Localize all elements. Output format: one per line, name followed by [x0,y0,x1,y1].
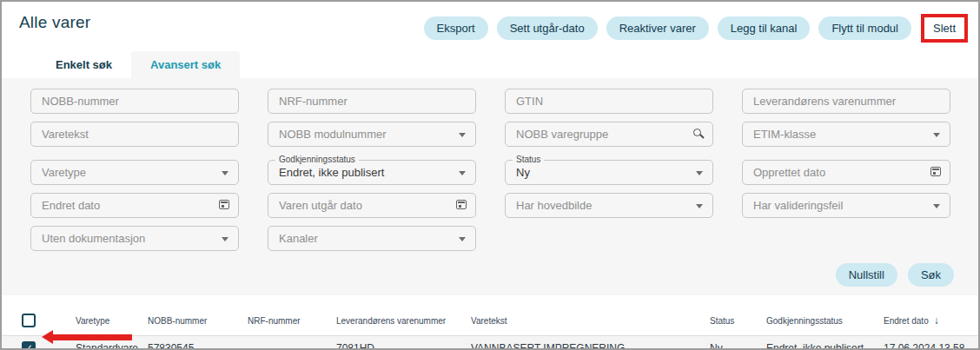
field-created-date [742,160,950,185]
field-changed-date [30,193,239,218]
status-label: Status [513,155,544,164]
col-header-leverandorens-varenummer[interactable]: Leverandørens varenummer [336,302,471,336]
field-channels [268,226,476,251]
cell-nobb-nummer: 57830545 [148,336,248,350]
chevron-down-icon [933,133,940,137]
chevron-down-icon [696,204,703,208]
cell-godkjenningsstatus: Endret, ikke publisert [766,336,884,350]
form-actions: Nullstill Søk [2,251,978,290]
cell-endret-dato: 17.06.2024 13.58 [884,336,978,350]
expiry-date-input[interactable] [268,193,476,218]
all-products-page: Alle varer Eksport Sett utgår-dato Reakt… [0,0,980,350]
chevron-down-icon [459,237,466,241]
nrf-number-input[interactable] [268,89,476,114]
col-header-status[interactable]: Status [710,302,766,336]
field-supplier-item-number [742,89,950,114]
tab-advanced-search[interactable]: Avansert søk [131,51,240,78]
field-status: Status [505,160,713,185]
search-form-grid: Godkjenningsstatus Status [2,89,978,251]
chevron-down-icon [933,204,940,208]
channels-select[interactable] [268,226,476,251]
advanced-search-panel: Godkjenningsstatus Status [2,78,978,295]
cell-status: Ny [710,336,766,350]
created-date-input[interactable] [742,160,950,185]
field-nobb-module-number [268,122,476,147]
without-documentation-select[interactable] [30,226,239,251]
chevron-down-icon [696,171,703,175]
field-product-text [30,122,239,147]
nobb-product-group-input[interactable] [505,122,713,147]
col-header-varetekst[interactable]: Varetekst [471,302,710,336]
search-tabs: Enkelt søk Avansert søk [36,51,978,78]
changed-date-input[interactable] [30,193,239,218]
field-nrf-number [268,89,476,114]
reactivate-products-button[interactable]: Reaktiver varer [606,17,709,40]
chevron-down-icon [459,171,466,175]
nobb-number-input[interactable] [30,89,239,114]
chevron-down-icon [459,133,466,137]
field-nobb-product-group [505,122,713,147]
etim-class-select[interactable] [742,122,950,147]
col-header-godkjenningsstatus[interactable]: Godkjenningsstatus [766,302,884,336]
calendar-icon[interactable] [219,200,229,209]
cell-nrf-nummer [248,336,336,350]
search-button[interactable]: Søk [908,263,954,287]
page-header: Alle varer Eksport Sett utgår-dato Reakt… [2,2,978,43]
select-all-checkbox[interactable] [22,314,36,327]
col-header-varetype[interactable]: Varetype [76,302,148,336]
calendar-icon[interactable] [930,167,941,176]
field-without-documentation [30,226,239,251]
search-icon[interactable] [693,129,701,136]
field-nobb-number [30,89,239,114]
row-checkbox[interactable]: ✓ [22,341,36,350]
calendar-icon[interactable] [456,200,467,209]
annotation-red-box: Slett [921,14,968,43]
results-table: Varetype NOBB-nummer NRF-nummer Leverand… [2,302,978,350]
field-etim-class [742,122,950,147]
has-validation-error-select[interactable] [742,193,950,218]
add-to-channel-button[interactable]: Legg til kanal [718,17,811,40]
export-button[interactable]: Eksport [424,17,488,40]
field-product-type [30,160,239,185]
table-header-row: Varetype NOBB-nummer NRF-nummer Leverand… [2,302,978,336]
table-row[interactable]: ✓ Standardvare 57830545 7081HD VANNBASER… [2,336,978,350]
product-type-select[interactable] [30,160,239,185]
chevron-down-icon [222,171,228,175]
supplier-item-number-input[interactable] [742,89,950,114]
cell-varetekst: VANNBASERT IMPREGNERING [471,336,710,350]
delete-button[interactable]: Slett [926,18,963,38]
col-header-endret-dato[interactable]: Endret dato↓ [884,302,978,336]
set-expiry-date-button[interactable]: Sett utgår-dato [497,17,598,40]
field-expiry-date [268,193,476,218]
tab-simple-search[interactable]: Enkelt søk [36,51,131,78]
has-main-image-select[interactable] [505,193,713,218]
nobb-module-number-select[interactable] [268,122,476,147]
gtin-input[interactable] [505,89,713,114]
product-text-input[interactable] [30,122,239,147]
col-header-nrf-nummer[interactable]: NRF-nummer [248,302,336,336]
page-title: Alle varer [19,13,90,32]
chevron-down-icon [222,237,228,241]
cell-leverandorens-varenummer: 7081HD [336,336,471,350]
cell-varetype: Standardvare [76,336,148,350]
move-to-module-button[interactable]: Flytt til modul [818,17,911,40]
sort-desc-icon[interactable]: ↓ [934,314,939,327]
field-has-main-image [505,193,713,218]
toolbar: Eksport Sett utgår-dato Reaktiver varer … [424,13,968,43]
col-header-nobb-nummer[interactable]: NOBB-nummer [148,302,248,336]
field-gtin [505,89,713,114]
approval-status-label: Godkjenningsstatus [275,155,359,164]
field-has-validation-error [742,193,950,218]
field-approval-status: Godkjenningsstatus [268,160,476,185]
reset-button[interactable]: Nullstill [836,263,897,287]
